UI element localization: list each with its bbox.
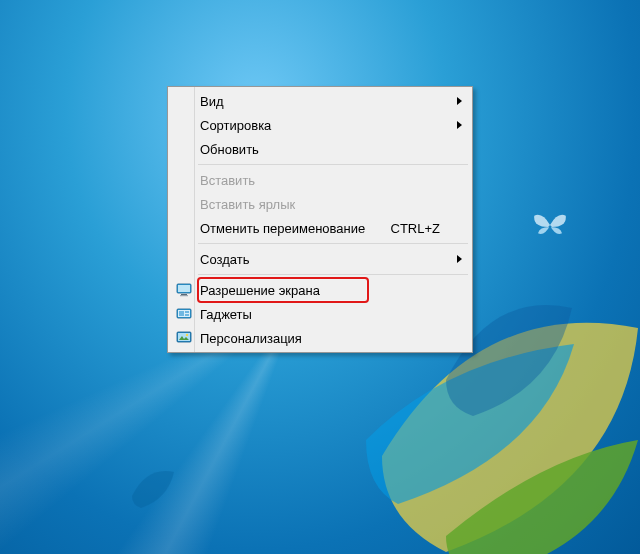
blank-icon	[174, 218, 194, 238]
blank-icon	[174, 194, 194, 214]
menu-item-label: Вид	[200, 94, 440, 109]
menu-item-gadgets[interactable]: Гаджеты	[170, 302, 470, 326]
menu-item-shortcut: CTRL+Z	[391, 221, 440, 236]
menu-item-new[interactable]: Создать	[170, 247, 470, 271]
menu-item-label: Разрешение экрана	[200, 283, 440, 298]
svg-rect-1	[178, 285, 190, 292]
chevron-right-icon	[457, 121, 462, 129]
menu-item-paste-shortcut: Вставить ярлык	[170, 192, 470, 216]
blank-icon	[174, 170, 194, 190]
menu-separator	[198, 164, 468, 165]
menu-item-label: Вставить ярлык	[200, 197, 440, 212]
menu-item-label: Гаджеты	[200, 307, 440, 322]
desktop-decor-leaf-small	[120, 454, 180, 514]
svg-rect-2	[181, 294, 187, 295]
desktop-context-menu: ВидСортировкаОбновитьВставитьВставить яр…	[167, 86, 473, 353]
monitor-icon	[174, 280, 194, 300]
personalize-icon	[174, 328, 194, 348]
menu-separator	[198, 243, 468, 244]
menu-item-view[interactable]: Вид	[170, 89, 470, 113]
menu-item-refresh[interactable]: Обновить	[170, 137, 470, 161]
svg-point-12	[186, 334, 188, 336]
menu-item-label: Отменить переименование	[200, 221, 391, 236]
svg-rect-6	[185, 311, 189, 313]
menu-item-paste: Вставить	[170, 168, 470, 192]
chevron-right-icon	[457, 97, 462, 105]
gadget-icon	[174, 304, 194, 324]
menu-item-label: Сортировка	[200, 118, 440, 133]
blank-icon	[174, 249, 194, 269]
blank-icon	[174, 91, 194, 111]
blank-icon	[174, 115, 194, 135]
chevron-right-icon	[457, 255, 462, 263]
menu-item-label: Вставить	[200, 173, 440, 188]
svg-rect-3	[180, 295, 188, 296]
menu-item-screen-resolution[interactable]: Разрешение экрана	[170, 278, 470, 302]
menu-item-label: Обновить	[200, 142, 440, 157]
svg-rect-7	[185, 314, 189, 316]
menu-item-sort[interactable]: Сортировка	[170, 113, 470, 137]
menu-item-undo-rename[interactable]: Отменить переименованиеCTRL+Z	[170, 216, 470, 240]
butterfly-icon	[530, 210, 570, 240]
svg-rect-8	[179, 311, 184, 316]
menu-item-label: Создать	[200, 252, 440, 267]
menu-item-label: Персонализация	[200, 331, 440, 346]
blank-icon	[174, 139, 194, 159]
menu-separator	[198, 274, 468, 275]
menu-item-personalize[interactable]: Персонализация	[170, 326, 470, 350]
